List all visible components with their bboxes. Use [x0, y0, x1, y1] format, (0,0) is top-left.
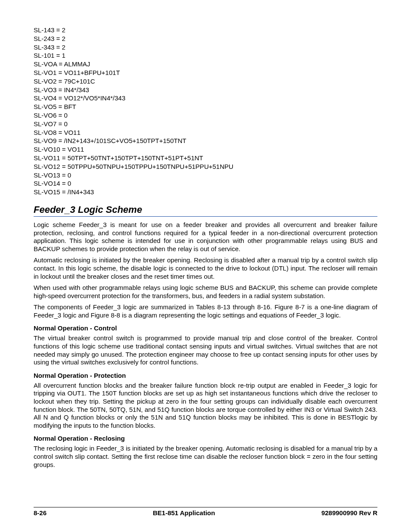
footer-doc-title: BE1-851 Application [153, 509, 215, 516]
logic-setting-line: SL-VO11 = 50TPT+50TNT+150TPT+150TNT+51PT… [34, 154, 377, 162]
logic-setting-line: SL-101 = 1 [34, 51, 377, 60]
subsection-heading: Normal Operation - Control [34, 324, 377, 332]
logic-setting-line: SL-VO1 = VO11+BFPU+101T [34, 68, 377, 77]
logic-setting-line: SL-VO6 = 0 [34, 111, 377, 120]
subsection-paragraph: All overcurrent function blocks and the … [34, 382, 377, 430]
logic-setting-line: SL-VO2 = 79C+101C [34, 77, 377, 86]
logic-setting-line: SL-243 = 2 [34, 34, 377, 43]
section-paragraph: The components of Feeder_3 logic are sum… [34, 303, 377, 319]
logic-setting-line: SL-VO8 = VO11 [34, 128, 377, 137]
logic-settings-list: SL-143 = 2SL-243 = 2SL-343 = 2SL-101 = 1… [34, 26, 377, 196]
logic-setting-line: SL-VOA = ALMMAJ [34, 60, 377, 68]
section-title: Feeder_3 Logic Scheme [34, 204, 377, 217]
page: SL-143 = 2SL-243 = 2SL-343 = 2SL-101 = 1… [0, 0, 411, 532]
footer-page-number: 8-26 [34, 509, 47, 516]
logic-setting-line: SL-VO7 = 0 [34, 120, 377, 128]
subsection-heading: Normal Operation - Reclosing [34, 435, 377, 442]
logic-setting-line: SL-VO12 = 50TPPU+50TNPU+150TPPU+150TNPU+… [34, 162, 377, 171]
footer-revision: 9289900990 Rev R [321, 509, 377, 516]
logic-setting-line: SL-VO13 = 0 [34, 171, 377, 180]
logic-setting-line: SL-VO10 = VO11 [34, 145, 377, 154]
page-footer: 8-26 BE1-851 Application 9289900990 Rev … [34, 507, 377, 516]
subsection-paragraph: The virtual breaker control switch is pr… [34, 334, 377, 366]
section-body: Logic scheme Feeder_3 is meant for use o… [34, 221, 377, 469]
logic-setting-line: SL-143 = 2 [34, 26, 377, 34]
logic-setting-line: SL-VO15 = /IN4+343 [34, 188, 377, 196]
subsection-heading: Normal Operation - Protection [34, 372, 377, 379]
logic-setting-line: SL-VO4 = VO12*/VO5*IN4*/343 [34, 94, 377, 103]
logic-setting-line: SL-VO9 = /IN2+143+/101SC+VO5+150TPT+150T… [34, 137, 377, 145]
section-paragraph: Logic scheme Feeder_3 is meant for use o… [34, 221, 377, 253]
logic-setting-line: SL-343 = 2 [34, 43, 377, 52]
logic-setting-line: SL-VO5 = BFT [34, 103, 377, 111]
logic-setting-line: SL-VO14 = 0 [34, 179, 377, 188]
section-paragraph: When used with other programmable relays… [34, 284, 377, 300]
logic-setting-line: SL-VO3 = IN4*/343 [34, 86, 377, 94]
subsection-paragraph: The reclosing logic in Feeder_3 is initi… [34, 445, 377, 469]
section-paragraph: Automatic reclosing is initiated by the … [34, 256, 377, 280]
